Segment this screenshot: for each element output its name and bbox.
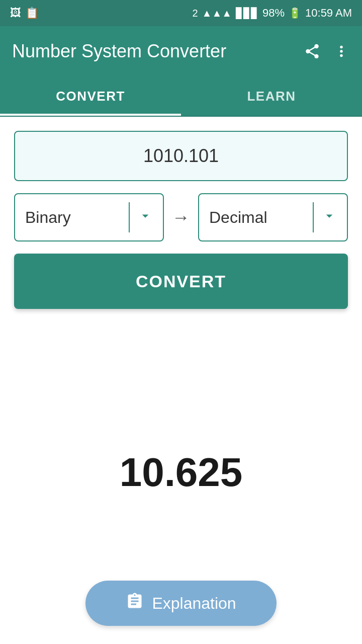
from-chevron-icon: [138, 208, 153, 227]
signal-icon: ▲▲▲: [202, 8, 232, 19]
main-content: Binary → Decimal CONVERT 10.625: [0, 117, 362, 644]
app-bar: Number System Converter: [0, 26, 362, 76]
to-selector[interactable]: Decimal: [198, 193, 348, 242]
result-value: 10.625: [120, 449, 243, 496]
to-chevron-icon: [322, 208, 337, 227]
clipboard-icon: [126, 592, 144, 614]
time-display: 10:59 AM: [305, 7, 352, 20]
from-selector-label: Binary: [25, 208, 129, 227]
sim-icon: 2: [192, 8, 198, 19]
battery-icon: 🔋: [289, 7, 301, 19]
share-button[interactable]: [304, 43, 321, 60]
status-bar-left-icons: 🖼 📋: [10, 7, 39, 20]
result-area: 10.625: [14, 321, 348, 624]
app-bar-actions: [304, 43, 350, 60]
explanation-button[interactable]: Explanation: [85, 581, 277, 626]
more-menu-button[interactable]: [333, 43, 350, 60]
tab-convert[interactable]: CONVERT: [0, 76, 181, 116]
from-selector-divider: [129, 202, 130, 232]
arrow-right-icon: →: [172, 207, 190, 228]
app-title: Number System Converter: [12, 41, 296, 62]
tab-bar: CONVERT LEARN: [0, 76, 362, 117]
to-selector-divider: [313, 202, 314, 232]
notification-icon-1: 🖼: [10, 7, 21, 20]
status-bar: 🖼 📋 2 ▲▲▲ ▊▊▊ 98% 🔋 10:59 AM: [0, 0, 362, 26]
battery-percent: 98%: [262, 7, 285, 20]
from-selector[interactable]: Binary: [14, 193, 164, 242]
explanation-label: Explanation: [152, 594, 236, 613]
tab-learn[interactable]: LEARN: [181, 76, 362, 116]
status-icons: 2 ▲▲▲ ▊▊▊ 98% 🔋 10:59 AM: [192, 7, 352, 20]
number-input[interactable]: [14, 131, 348, 181]
conversion-row: Binary → Decimal: [14, 193, 348, 242]
convert-button[interactable]: CONVERT: [14, 254, 348, 309]
to-selector-label: Decimal: [209, 208, 313, 227]
wifi-signal-icon: ▊▊▊: [236, 7, 258, 19]
notification-icon-2: 📋: [25, 7, 39, 20]
